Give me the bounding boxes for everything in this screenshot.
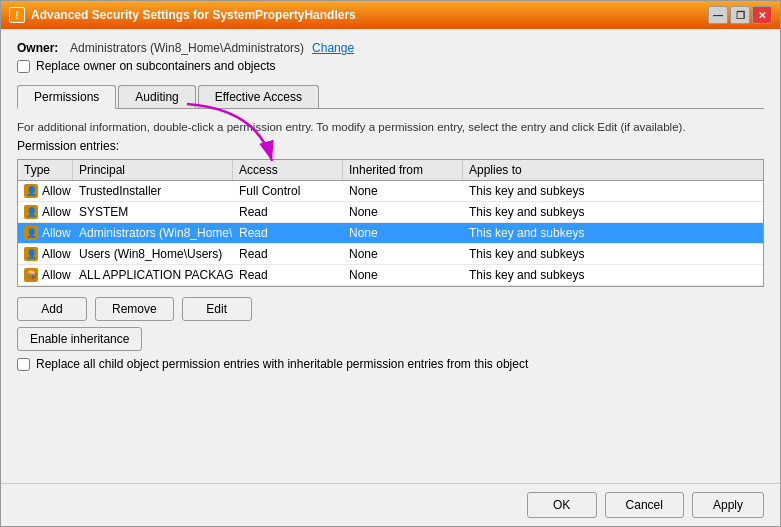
dialog-buttons: OK Cancel Apply xyxy=(1,483,780,526)
cell-inherited: None xyxy=(343,265,463,285)
cancel-button[interactable]: Cancel xyxy=(605,492,684,518)
col-applies: Applies to xyxy=(463,160,623,180)
cell-access: Read xyxy=(233,202,343,222)
close-button[interactable]: ✕ xyxy=(752,6,772,24)
minimize-button[interactable]: — xyxy=(708,6,728,24)
cell-principal: Users (Win8_Home\Users) xyxy=(73,244,233,264)
cell-principal: Administrators (Win8_Home\... xyxy=(73,223,233,243)
row-icon: 👤 xyxy=(24,247,38,261)
cell-inherited: None xyxy=(343,181,463,201)
main-content: Owner: Administrators (Win8_Home\Adminis… xyxy=(1,29,780,483)
replace-checkbox-row: Replace all child object permission entr… xyxy=(17,357,764,371)
change-owner-link[interactable]: Change xyxy=(312,41,354,55)
owner-label: Owner: xyxy=(17,41,62,55)
cell-type: 👤 Allow xyxy=(18,202,73,222)
cell-applies: This key and subkeys xyxy=(463,265,623,285)
info-text: For additional information, double-click… xyxy=(17,121,764,133)
cell-type: 👤 Allow xyxy=(18,181,73,201)
tab-effective-access[interactable]: Effective Access xyxy=(198,85,319,108)
title-icon: ! xyxy=(9,7,25,23)
tab-permissions[interactable]: Permissions xyxy=(17,85,116,109)
table-row[interactable]: 👤 Allow Administrators (Win8_Home\... Re… xyxy=(18,223,763,244)
col-inherited: Inherited from xyxy=(343,160,463,180)
col-principal: Principal xyxy=(73,160,233,180)
replace-owner-checkbox[interactable] xyxy=(17,60,30,73)
col-access: Access xyxy=(233,160,343,180)
table-row[interactable]: 👤 Allow Users (Win8_Home\Users) Read Non… xyxy=(18,244,763,265)
cell-access: Read xyxy=(233,244,343,264)
enable-inheritance-button[interactable]: Enable inheritance xyxy=(17,327,142,351)
cell-inherited: None xyxy=(343,202,463,222)
tab-auditing[interactable]: Auditing xyxy=(118,85,195,108)
restore-button[interactable]: ❐ xyxy=(730,6,750,24)
row-icon: 👤 xyxy=(24,184,38,198)
cell-principal: ALL APPLICATION PACKAGES xyxy=(73,265,233,285)
row-icon: 📦 xyxy=(24,268,38,282)
table-wrapper: Type Principal Access Inherited from App… xyxy=(17,159,764,287)
ok-button[interactable]: OK xyxy=(527,492,597,518)
replace-permissions-label: Replace all child object permission entr… xyxy=(36,357,528,371)
window-title: Advanced Security Settings for SystemPro… xyxy=(31,8,708,22)
enable-inheritance-row: Enable inheritance xyxy=(17,327,764,351)
remove-button[interactable]: Remove xyxy=(95,297,174,321)
cell-applies: This key and subkeys xyxy=(463,202,623,222)
tab-content-permissions: For additional information, double-click… xyxy=(17,117,764,471)
apply-button[interactable]: Apply xyxy=(692,492,764,518)
row-icon: 👤 xyxy=(24,226,38,240)
title-bar: ! Advanced Security Settings for SystemP… xyxy=(1,1,780,29)
owner-section: Owner: Administrators (Win8_Home\Adminis… xyxy=(17,41,764,73)
main-window: ! Advanced Security Settings for SystemP… xyxy=(0,0,781,527)
table-row[interactable]: 👤 Allow SYSTEM Read None This key and su… xyxy=(18,202,763,223)
tabs-bar: Permissions Auditing Effective Access xyxy=(17,85,764,109)
cell-access: Full Control xyxy=(233,181,343,201)
replace-owner-label: Replace owner on subcontainers and objec… xyxy=(36,59,275,73)
cell-type: 👤 Allow xyxy=(18,223,73,243)
row-icon: 👤 xyxy=(24,205,38,219)
cell-type: 👤 Allow xyxy=(18,244,73,264)
cell-inherited: None xyxy=(343,223,463,243)
cell-applies: This key and subkeys xyxy=(463,223,623,243)
cell-inherited: None xyxy=(343,244,463,264)
permissions-table: Type Principal Access Inherited from App… xyxy=(17,159,764,287)
edit-button[interactable]: Edit xyxy=(182,297,252,321)
cell-access: Read xyxy=(233,223,343,243)
cell-access: Read xyxy=(233,265,343,285)
table-body: 👤 Allow TrustedInstaller Full Control No… xyxy=(18,181,763,286)
cell-applies: This key and subkeys xyxy=(463,181,623,201)
table-row[interactable]: 👤 Allow TrustedInstaller Full Control No… xyxy=(18,181,763,202)
table-header: Type Principal Access Inherited from App… xyxy=(18,160,763,181)
add-button[interactable]: Add xyxy=(17,297,87,321)
col-type: Type xyxy=(18,160,73,180)
cell-principal: SYSTEM xyxy=(73,202,233,222)
title-bar-buttons: — ❐ ✕ xyxy=(708,6,772,24)
cell-principal: TrustedInstaller xyxy=(73,181,233,201)
table-row[interactable]: 📦 Allow ALL APPLICATION PACKAGES Read No… xyxy=(18,265,763,286)
cell-applies: This key and subkeys xyxy=(463,244,623,264)
action-buttons: Add Remove Edit xyxy=(17,297,764,321)
entries-label: Permission entries: xyxy=(17,139,764,153)
cell-type: 📦 Allow xyxy=(18,265,73,285)
owner-value: Administrators (Win8_Home\Administrators… xyxy=(70,41,304,55)
replace-permissions-checkbox[interactable] xyxy=(17,358,30,371)
